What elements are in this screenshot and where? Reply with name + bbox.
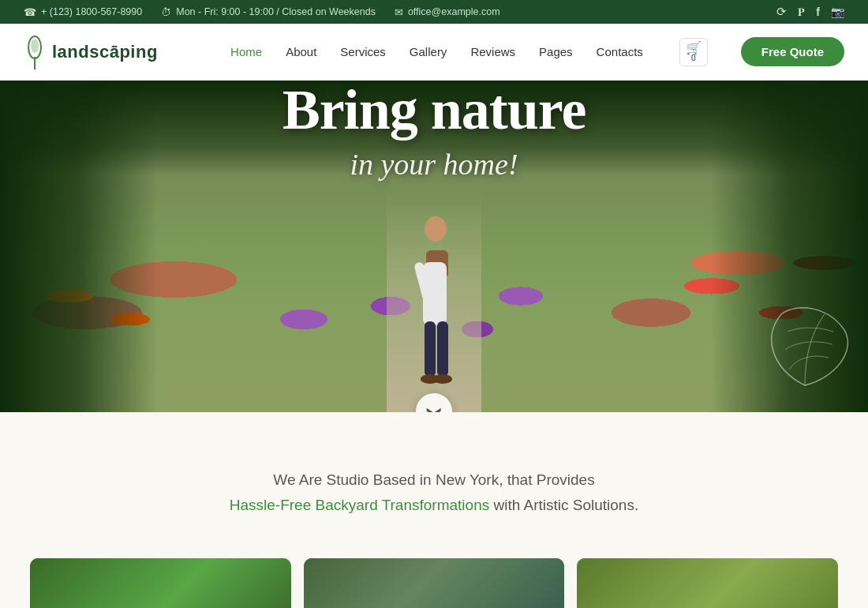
social-icon-1[interactable]: ⟳	[776, 5, 787, 19]
hours-item: ⏱ Mon - Fri: 9:00 - 19:00 / Closed on We…	[161, 6, 376, 18]
nav-link-contacts[interactable]: Contacts	[597, 45, 643, 58]
phone-icon: ☎	[24, 6, 36, 18]
svg-point-2	[31, 39, 39, 53]
chevron-down-icon: ❯	[425, 406, 443, 413]
navigation: landscāping Home About Services Gallery …	[0, 24, 868, 81]
logo-text: landscāping	[52, 42, 158, 62]
hero-subtitle: in your home!	[47, 147, 821, 182]
cart-button[interactable]: 🛒 0	[679, 38, 708, 66]
cards-preview	[0, 558, 868, 608]
nav-links: Home About Services Gallery Reviews Page…	[230, 37, 844, 66]
svg-point-3	[425, 216, 447, 242]
tagline-highlight: Hassle-Free Backyard Transformations	[230, 497, 489, 513]
hero-leaf-decoration	[758, 298, 852, 396]
nav-link-reviews[interactable]: Reviews	[470, 45, 515, 58]
free-quote-button[interactable]: Free Quote	[741, 37, 844, 66]
hero-section: Bring nature in your home! ❯	[0, 81, 868, 412]
tagline-line1: We Are Studio Based in New York, that Pr…	[273, 471, 594, 488]
nav-link-home[interactable]: Home	[230, 45, 262, 58]
phone-item: ☎ + (123) 1800-567-8990	[24, 6, 142, 18]
svg-rect-7	[437, 321, 448, 377]
svg-point-9	[433, 374, 452, 384]
logo[interactable]: landscāping	[24, 35, 158, 69]
nav-link-pages[interactable]: Pages	[539, 45, 573, 58]
hero-title: Bring nature	[47, 81, 821, 141]
logo-icon	[24, 35, 46, 69]
email-icon: ✉	[395, 6, 403, 18]
nav-link-gallery[interactable]: Gallery	[410, 45, 447, 58]
card-preview-1[interactable]	[30, 558, 291, 608]
card-preview-3[interactable]	[577, 558, 838, 608]
svg-rect-6	[425, 321, 436, 377]
email-item: ✉ office@example.com	[395, 6, 500, 18]
email-address: office@example.com	[408, 6, 500, 17]
top-bar-left: ☎ + (123) 1800-567-8990 ⏱ Mon - Fri: 9:0…	[24, 6, 754, 18]
social-icon-pinterest[interactable]: 𝐏	[798, 6, 805, 19]
nav-link-about[interactable]: About	[286, 45, 316, 58]
top-bar: ☎ + (123) 1800-567-8990 ⏱ Mon - Fri: 9:0…	[0, 0, 868, 24]
clock-icon: ⏱	[161, 6, 171, 18]
hero-person	[402, 207, 466, 412]
business-hours: Mon - Fri: 9:00 - 19:00 / Closed on Week…	[176, 6, 376, 17]
tagline-line2-after: with Artistic Solutions.	[489, 497, 638, 513]
social-links: ⟳ 𝐏 f 📷	[776, 5, 844, 19]
tagline-section: We Are Studio Based in New York, that Pr…	[0, 412, 868, 558]
social-icon-facebook[interactable]: f	[816, 6, 820, 18]
hero-content: Bring nature in your home!	[0, 81, 868, 182]
nav-link-services[interactable]: Services	[340, 45, 386, 58]
card-preview-2[interactable]	[304, 558, 565, 608]
social-icon-instagram[interactable]: 📷	[831, 6, 844, 18]
phone-number: + (123) 1800-567-8990	[41, 6, 142, 17]
tagline-text: We Are Studio Based in New York, that Pr…	[158, 467, 710, 519]
cart-count: 0	[686, 54, 702, 62]
